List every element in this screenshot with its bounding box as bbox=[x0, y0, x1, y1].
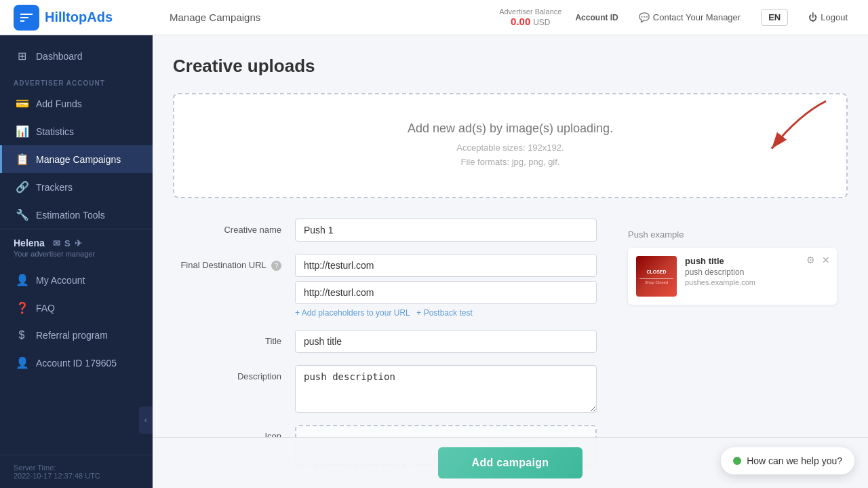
dashboard-icon: ⊞ bbox=[16, 50, 28, 62]
add-campaign-button[interactable]: Add campaign bbox=[438, 447, 583, 478]
push-url: pushes.example.com bbox=[685, 278, 829, 286]
sidebar-section-advertiser: ADVERTISER ACCOUNT bbox=[0, 70, 153, 90]
logo: HilltopAds bbox=[14, 5, 163, 31]
header-right: Advertiser Balance 0.00 USD Account ID 💬… bbox=[499, 7, 854, 27]
push-description: push description bbox=[685, 267, 829, 277]
sidebar-item-trackers[interactable]: 🔗 Trackers bbox=[0, 173, 153, 201]
my-account-icon: 👤 bbox=[16, 274, 28, 286]
header: HilltopAds Manage Campaigns Advertiser B… bbox=[0, 0, 868, 35]
description-input[interactable]: push description bbox=[295, 365, 597, 413]
push-example-title: Push example bbox=[628, 229, 837, 240]
sidebar-collapse-button[interactable]: ‹ bbox=[139, 407, 153, 434]
language-button[interactable]: EN bbox=[761, 9, 788, 26]
push-actions: ⚙ ✕ bbox=[805, 253, 831, 267]
chat-online-dot bbox=[733, 457, 741, 465]
add-funds-icon: 💳 bbox=[16, 97, 28, 110]
push-notification: CLOSED Shop Closed push title push descr… bbox=[628, 248, 837, 305]
logout-button[interactable]: ⏻ Logout bbox=[802, 8, 854, 26]
statistics-icon: 📊 bbox=[16, 125, 28, 138]
upload-area-text: Add new ad(s) by image(s) uploading. bbox=[188, 121, 833, 136]
estimation-tools-icon: 🔧 bbox=[16, 208, 28, 221]
logo-icon bbox=[14, 5, 39, 31]
form-row-final-url: Final Destination URL ? + Add placeholde… bbox=[173, 254, 597, 318]
sidebar-item-estimation-tools[interactable]: 🔧 Estimation Tools bbox=[0, 201, 153, 229]
sidebar-item-account-id[interactable]: 👤 Account ID 179605 bbox=[0, 349, 153, 377]
push-image: CLOSED Shop Closed bbox=[636, 256, 677, 297]
skype-icon[interactable]: S bbox=[64, 238, 71, 248]
description-label: Description bbox=[173, 365, 295, 381]
content: Creative uploads Add new ad(s) by image(… bbox=[153, 35, 868, 488]
push-close-button[interactable]: ✕ bbox=[821, 253, 831, 267]
push-settings-button[interactable]: ⚙ bbox=[805, 253, 816, 267]
logout-icon: ⏻ bbox=[808, 12, 817, 22]
trackers-icon: 🔗 bbox=[16, 181, 28, 193]
sidebar-item-referral[interactable]: $ Referral program bbox=[0, 322, 153, 349]
sidebar: ⊞ Dashboard ADVERTISER ACCOUNT 💳 Add Fun… bbox=[0, 35, 153, 488]
sidebar-nav: ⊞ Dashboard ADVERTISER ACCOUNT 💳 Add Fun… bbox=[0, 35, 153, 455]
sidebar-item-manage-campaigns[interactable]: 📋 Manage Campaigns bbox=[0, 145, 153, 173]
form-row-description: Description push description bbox=[173, 365, 597, 413]
creative-name-input[interactable] bbox=[295, 219, 597, 242]
sidebar-item-add-funds[interactable]: 💳 Add Funds bbox=[0, 90, 153, 117]
server-time: Server Time: 2022-10-17 12:37:48 UTC bbox=[0, 455, 153, 488]
sidebar-item-statistics[interactable]: 📊 Statistics bbox=[0, 117, 153, 145]
sidebar-item-my-account[interactable]: 👤 My Account bbox=[0, 266, 153, 294]
url-container: + Add placeholders to your URL + Postbac… bbox=[295, 254, 597, 318]
advertiser-balance: Advertiser Balance 0.00 USD bbox=[499, 7, 561, 27]
telegram-icon[interactable]: ✈ bbox=[75, 238, 82, 248]
page-title: Creative uploads bbox=[173, 56, 848, 77]
referral-icon: $ bbox=[16, 329, 28, 341]
chat-button[interactable]: How can we help you? bbox=[721, 447, 854, 474]
sidebar-manager: Helena ✉ S ✈ Your advertiser manager bbox=[0, 229, 153, 266]
faq-icon: ❓ bbox=[16, 301, 28, 314]
final-url-main-input[interactable] bbox=[295, 254, 597, 277]
account-id-icon: 👤 bbox=[16, 356, 28, 369]
header-title: Manage Campaigns bbox=[163, 12, 499, 23]
title-input[interactable] bbox=[295, 330, 597, 353]
postback-test-link[interactable]: + Postback test bbox=[416, 308, 472, 318]
upload-area[interactable]: Add new ad(s) by image(s) uploading. Acc… bbox=[173, 93, 848, 198]
manage-campaigns-icon: 📋 bbox=[16, 153, 28, 166]
help-icon[interactable]: ? bbox=[271, 261, 281, 271]
url-links: + Add placeholders to your URL + Postbac… bbox=[295, 308, 597, 318]
form-row-creative-name: Creative name bbox=[173, 219, 597, 242]
contact-manager-button[interactable]: 💬 Contact Your Manager bbox=[632, 8, 747, 26]
final-url-label: Final Destination URL ? bbox=[173, 254, 295, 271]
title-label: Title bbox=[173, 330, 295, 346]
email-icon[interactable]: ✉ bbox=[53, 238, 60, 248]
main-layout: ⊞ Dashboard ADVERTISER ACCOUNT 💳 Add Fun… bbox=[0, 35, 868, 488]
creative-name-label: Creative name bbox=[173, 219, 295, 235]
sidebar-item-faq[interactable]: ❓ FAQ bbox=[0, 294, 153, 322]
push-example-card: Push example CLOSED Shop Closed bbox=[617, 219, 848, 316]
chat-icon: 💬 bbox=[639, 12, 650, 22]
add-placeholders-link[interactable]: + Add placeholders to your URL bbox=[295, 308, 410, 318]
sidebar-item-dashboard[interactable]: ⊞ Dashboard bbox=[0, 42, 153, 70]
final-url-sub-input[interactable] bbox=[295, 281, 597, 304]
form-row-title: Title bbox=[173, 330, 597, 353]
logo-text: HilltopAds bbox=[45, 10, 113, 25]
account-id-header: Account ID bbox=[575, 13, 618, 22]
